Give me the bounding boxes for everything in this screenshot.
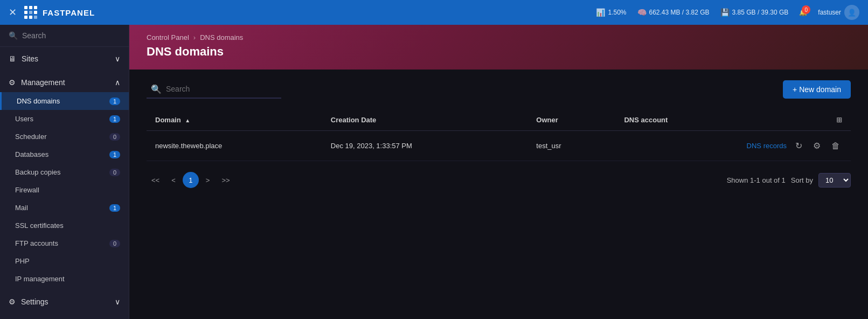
pagination-bar: << < 1 > >> Shown 1-1 out of 1 Sort by 1… (147, 172, 851, 188)
management-icon: ⚙ (9, 78, 16, 87)
toolbar: 🔍 + New domain (147, 80, 851, 99)
table-header: Domain ▲ Creation Date Owner DNS account… (147, 109, 851, 131)
dns-records-link[interactable]: DNS records (747, 142, 787, 150)
mail-badge: 1 (109, 204, 120, 212)
breadcrumb-control-panel[interactable]: Control Panel (147, 33, 189, 41)
backup-copies-label: Backup copies (15, 168, 61, 176)
dns-domains-label: DNS domains (17, 97, 60, 105)
row-actions: DNS records ↻ ⚙ 🗑 (624, 138, 842, 153)
chevron-up-icon: ∧ (115, 78, 120, 87)
topbar-right: 📊 1.50% 🧠 662.43 MB / 3.82 GB 💾 3.85 GB … (596, 5, 859, 20)
ssl-label: SSL certificates (15, 221, 64, 230)
pagination-info: Shown 1-1 out of 1 Sort by 10 25 50 100 (727, 173, 851, 188)
svg-rect-0 (24, 6, 27, 9)
th-owner: Owner (527, 109, 615, 131)
svg-rect-5 (34, 11, 37, 14)
sidebar-item-backup-copies[interactable]: Backup copies 0 (0, 163, 129, 181)
backup-copies-badge: 0 (109, 169, 120, 176)
page-1-button[interactable]: 1 (183, 172, 199, 188)
new-domain-button[interactable]: + New domain (783, 80, 851, 99)
users-badge: 1 (109, 115, 120, 123)
sidebar-item-scheduler[interactable]: Scheduler 0 (0, 128, 129, 145)
sort-arrow-domain: ▲ (185, 117, 190, 123)
disk-icon: 💾 (720, 8, 730, 17)
sidebar-item-databases[interactable]: Databases 1 (0, 145, 129, 163)
logo-icon (23, 5, 38, 20)
ftp-label: FTP accounts (15, 239, 58, 247)
disk-value: 3.85 GB / 39.30 GB (732, 9, 789, 16)
topbar: ✕ FASTPANEL 📊 1.50% 🧠 662.43 MB / 3.82 G… (0, 0, 868, 25)
topbar-left: ✕ FASTPANEL (9, 5, 95, 20)
svg-rect-1 (29, 6, 32, 9)
cpu-stat: 📊 1.50% (596, 8, 626, 17)
breadcrumb-current: DNS domains (200, 33, 243, 41)
php-label: PHP (15, 257, 30, 265)
sidebar-item-ftp-accounts[interactable]: FTP accounts 0 (0, 234, 129, 252)
per-page-select[interactable]: 10 25 50 100 (818, 173, 851, 188)
sidebar-search-label: Search (22, 31, 46, 40)
user-menu[interactable]: fastuser 👤 (818, 5, 859, 20)
th-dns-account: DNS account ⊞ (615, 109, 851, 131)
settings-label: Settings (21, 297, 48, 306)
chevron-down-icon: ∨ (115, 54, 120, 63)
sidebar-settings-header[interactable]: ⚙ Settings ∨ (0, 292, 129, 311)
refresh-button[interactable]: ↻ (793, 138, 804, 153)
sort-by-label: Sort by (791, 176, 813, 184)
delete-button[interactable]: 🗑 (829, 139, 842, 153)
sidebar-management-header[interactable]: ⚙ Management ∧ (0, 73, 129, 92)
first-page-button[interactable]: << (147, 174, 164, 187)
table-body: newsite.theweb.place Dec 19, 2023, 1:33:… (147, 131, 851, 161)
sidebar: 🔍 Search 🖥 Sites ∨ ⚙ Management ∧ (0, 25, 129, 319)
sidebar-search[interactable]: 🔍 Search (0, 25, 129, 47)
cpu-icon: 📊 (596, 8, 605, 17)
settings-button[interactable]: ⚙ (811, 138, 823, 153)
dns-domains-table: Domain ▲ Creation Date Owner DNS account… (147, 109, 851, 161)
svg-rect-4 (29, 11, 32, 14)
search-input[interactable] (166, 85, 274, 93)
sidebar-section-management: ⚙ Management ∧ DNS domains 1 Users 1 Sch… (0, 71, 129, 290)
search-icon: 🔍 (9, 31, 18, 40)
last-page-button[interactable]: >> (217, 174, 234, 187)
main-content: 🔍 + New domain Domain ▲ Creation Date (129, 70, 868, 319)
sidebar-item-mail[interactable]: Mail 1 (0, 199, 129, 217)
settings-icon: ⚙ (9, 297, 16, 306)
next-page-button[interactable]: > (201, 174, 215, 187)
databases-label: Databases (15, 150, 48, 158)
sites-label: Sites (22, 54, 38, 63)
th-creation-date: Creation Date (322, 109, 528, 131)
th-dns-account-label: DNS account (624, 116, 668, 124)
pagination: << < 1 > >> (147, 172, 235, 188)
ram-icon: 🧠 (637, 8, 647, 17)
svg-rect-2 (34, 6, 37, 9)
sidebar-management-left: ⚙ Management (9, 78, 65, 87)
prev-page-button[interactable]: < (166, 174, 180, 187)
notification-button[interactable]: 🔔 0 (799, 9, 807, 16)
main-layout: 🔍 Search 🖥 Sites ∨ ⚙ Management ∧ (0, 25, 868, 319)
sidebar-item-ip-management[interactable]: IP management (0, 270, 129, 288)
databases-badge: 1 (109, 151, 120, 158)
breadcrumb-separator: › (193, 33, 196, 41)
page-header: Control Panel › DNS domains DNS domains (129, 25, 868, 70)
sidebar-item-php[interactable]: PHP (0, 252, 129, 270)
svg-rect-6 (24, 16, 27, 19)
svg-rect-3 (24, 11, 27, 14)
close-button[interactable]: ✕ (9, 6, 17, 18)
table-row: newsite.theweb.place Dec 19, 2023, 1:33:… (147, 131, 851, 161)
dns-domains-badge: 1 (109, 98, 120, 105)
logo-text: FASTPANEL (43, 8, 95, 17)
sidebar-item-firewall[interactable]: Firewall (0, 181, 129, 199)
sidebar-item-users[interactable]: Users 1 (0, 110, 129, 128)
sidebar-item-dns-domains[interactable]: DNS domains 1 (0, 92, 129, 110)
ram-value: 662.43 MB / 3.82 GB (649, 9, 710, 16)
th-creation-date-label: Creation Date (331, 116, 377, 124)
scheduler-label: Scheduler (15, 133, 47, 141)
firewall-label: Firewall (15, 186, 39, 194)
breadcrumb: Control Panel › DNS domains (147, 33, 851, 41)
sidebar-item-ssl-certificates[interactable]: SSL certificates (0, 217, 129, 234)
table-view-icon[interactable]: ⊞ (836, 116, 842, 124)
th-domain[interactable]: Domain ▲ (147, 109, 322, 131)
sidebar-sites-header[interactable]: 🖥 Sites ∨ (0, 49, 129, 68)
ftp-badge: 0 (109, 240, 120, 247)
users-label: Users (15, 115, 33, 123)
cell-actions: DNS records ↻ ⚙ 🗑 (615, 131, 851, 161)
